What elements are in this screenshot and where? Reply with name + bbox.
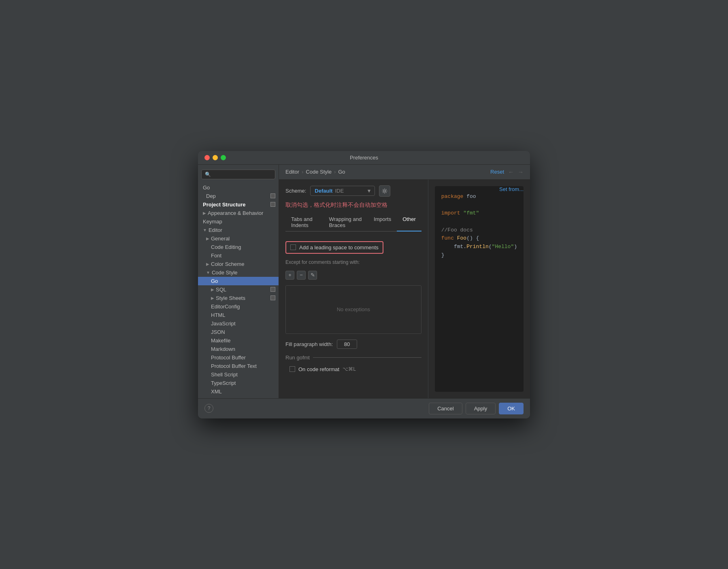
- expand-arrow: ▶: [206, 236, 209, 241]
- search-icon: 🔍: [205, 172, 211, 177]
- sidebar-item-editor-config[interactable]: EditorConfig: [198, 302, 279, 311]
- page-icon: [270, 287, 275, 292]
- cancel-button[interactable]: Cancel: [429, 403, 462, 414]
- sidebar-item-code-editing[interactable]: Code Editing: [198, 243, 279, 251]
- edit-exception-button[interactable]: ✎: [308, 271, 317, 280]
- ok-button[interactable]: OK: [499, 403, 524, 414]
- sidebar-item-label: Markdown: [211, 346, 235, 352]
- sidebar-item-label: Appearance & Behavior: [208, 210, 263, 216]
- traffic-lights: [204, 155, 226, 160]
- sidebar-item-label: Editor: [209, 227, 222, 233]
- sidebar-item-label: JSON: [211, 329, 225, 335]
- sidebar-item-xml[interactable]: XML: [198, 387, 279, 396]
- sidebar-item-protocol-buffer[interactable]: Protocol Buffer: [198, 353, 279, 362]
- help-button[interactable]: ?: [204, 404, 213, 413]
- scheme-row: Scheme: Default IDE ▾: [285, 185, 421, 197]
- sidebar-item-go[interactable]: Go: [198, 183, 279, 192]
- main-header: Editor › Code Style › Go Reset ← →: [279, 165, 530, 180]
- titlebar: Preferences: [198, 151, 530, 165]
- close-button[interactable]: [204, 155, 210, 160]
- reset-button[interactable]: Reset: [490, 169, 504, 175]
- help-icon: ?: [208, 406, 211, 411]
- sidebar-item-keymap[interactable]: Keymap: [198, 217, 279, 226]
- run-gofmt-divider: Run gofmt: [285, 355, 421, 361]
- except-label: Except for comments starting with:: [285, 259, 421, 265]
- code-line-import: import "fmt": [441, 209, 517, 218]
- expand-arrow: ▶: [206, 262, 209, 266]
- sidebar-item-label: Style Sheets: [216, 295, 245, 301]
- fill-width-input[interactable]: [337, 340, 357, 349]
- search-input[interactable]: [213, 172, 272, 177]
- gear-button[interactable]: [379, 185, 390, 197]
- exceptions-toolbar: + − ✎: [285, 269, 421, 281]
- sidebar-item-label: Protocol Buffer: [211, 355, 246, 361]
- sidebar-item-shell-script[interactable]: Shell Script: [198, 370, 279, 379]
- sidebar-item-json[interactable]: JSON: [198, 328, 279, 336]
- tab-imports[interactable]: Imports: [368, 214, 397, 231]
- sidebar-item-color-scheme[interactable]: ▶ Color Scheme: [198, 260, 279, 268]
- sidebar-item-makefile[interactable]: Makefile: [198, 336, 279, 345]
- sidebar-item-font[interactable]: Font: [198, 251, 279, 260]
- sidebar-item-label: Makefile: [211, 338, 230, 344]
- tab-wrapping-and-braces[interactable]: Wrapping and Braces: [323, 214, 368, 231]
- add-leading-space-label: Add a leading space to comments: [299, 244, 379, 251]
- nav-back-button[interactable]: ←: [508, 169, 514, 175]
- add-leading-space-row[interactable]: Add a leading space to comments: [285, 241, 383, 254]
- preview-area: Set from... package foo import "fmt" //F…: [428, 180, 530, 398]
- nav-forward-button[interactable]: →: [518, 169, 524, 175]
- sidebar-item-javascript[interactable]: JavaScript: [198, 319, 279, 328]
- tab-other[interactable]: Other: [397, 214, 421, 231]
- expand-arrow: ▶: [211, 287, 214, 292]
- breadcrumb-editor: Editor: [285, 169, 299, 175]
- sidebar-item-label: Font: [211, 253, 221, 259]
- apply-button[interactable]: Apply: [466, 403, 496, 414]
- tab-tabs-and-indents[interactable]: Tabs and Indents: [285, 214, 323, 231]
- sidebar-item-label: Project Structure: [203, 202, 245, 208]
- expand-arrow: ▼: [203, 228, 207, 232]
- svg-point-0: [384, 190, 386, 192]
- page-icon: [270, 295, 275, 300]
- sidebar-item-project-structure[interactable]: Project Structure: [198, 200, 279, 209]
- sidebar-item-code-style[interactable]: ▼ Code Style: [198, 268, 279, 277]
- dialog-body: 🔍 Go Dep Project Structure ▶ Appearance …: [198, 165, 530, 398]
- header-actions: Reset ← →: [490, 169, 524, 175]
- sidebar-item-label: General: [211, 236, 230, 242]
- sidebar-item-label: Color Scheme: [211, 261, 244, 267]
- sidebar-item-typescript[interactable]: TypeScript: [198, 379, 279, 387]
- sidebar-item-dep[interactable]: Dep: [198, 192, 279, 200]
- reformat-shortcut: ⌥⌘L: [343, 366, 356, 372]
- sidebar-item-appearance-behavior[interactable]: ▶ Appearance & Behavior: [198, 209, 279, 217]
- page-icon: [270, 193, 275, 198]
- add-exception-button[interactable]: +: [285, 271, 294, 280]
- minimize-button[interactable]: [213, 155, 218, 160]
- sidebar-item-label: HTML: [211, 312, 225, 318]
- breadcrumb-code-style: Code Style: [306, 169, 332, 175]
- add-leading-space-checkbox[interactable]: [290, 244, 296, 250]
- sidebar-item-go-active[interactable]: Go: [198, 277, 279, 285]
- remove-exception-button[interactable]: −: [297, 271, 306, 280]
- sidebar-item-markdown[interactable]: Markdown: [198, 345, 279, 353]
- tabs-row: Tabs and Indents Wrapping and Braces Imp…: [285, 214, 421, 231]
- sidebar: 🔍 Go Dep Project Structure ▶ Appearance …: [198, 165, 279, 398]
- set-from-link[interactable]: Set from...: [499, 186, 524, 192]
- code-line-blank: [441, 201, 517, 209]
- sidebar-item-label: TypeScript: [211, 380, 236, 386]
- scheme-label: Scheme:: [285, 188, 306, 194]
- scheme-dropdown[interactable]: Default IDE ▾: [310, 186, 375, 196]
- sidebar-item-general[interactable]: ▶ General: [198, 234, 279, 243]
- search-box[interactable]: 🔍: [201, 170, 275, 179]
- no-exceptions-label: No exceptions: [337, 306, 370, 312]
- sidebar-item-protocol-buffer-text[interactable]: Protocol Buffer Text: [198, 362, 279, 370]
- sidebar-item-label: Go: [203, 185, 210, 191]
- code-line-1: package foo: [441, 193, 517, 201]
- sidebar-item-sql[interactable]: ▶ SQL: [198, 285, 279, 294]
- scheme-value-normal: IDE: [335, 188, 344, 194]
- sidebar-item-style-sheets[interactable]: ▶ Style Sheets: [198, 294, 279, 302]
- on-code-reformat-checkbox[interactable]: [289, 366, 295, 372]
- breadcrumb-go: Go: [338, 169, 345, 175]
- maximize-button[interactable]: [221, 155, 226, 160]
- main-panel: Scheme: Default IDE ▾: [279, 180, 530, 398]
- tab-content: Add a leading space to comments Except f…: [285, 236, 421, 377]
- sidebar-item-editor[interactable]: ▼ Editor: [198, 226, 279, 234]
- sidebar-item-html[interactable]: HTML: [198, 311, 279, 319]
